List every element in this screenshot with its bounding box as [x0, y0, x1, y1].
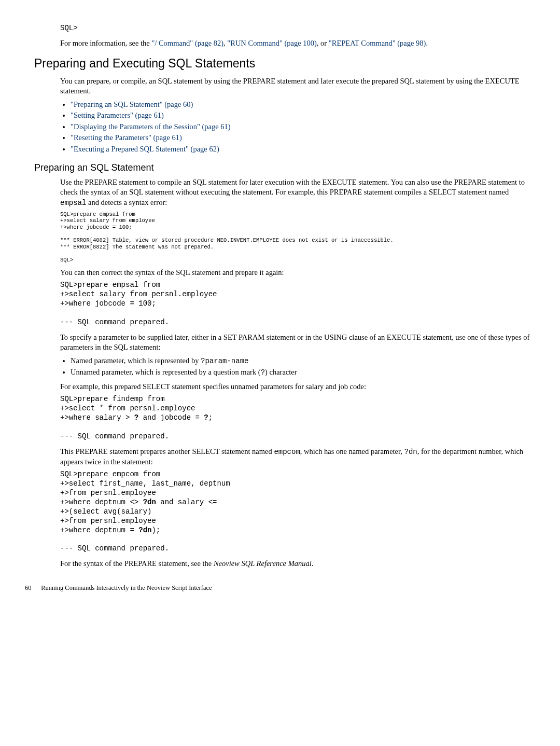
link-resetting-parameters[interactable]: "Resetting the Parameters" (page 61): [71, 133, 182, 142]
code-param-name: ?param-name: [201, 357, 248, 365]
para-prepare-intro: You can prepare, or compile, an SQL stat…: [60, 76, 535, 96]
code-block-error: SQL>prepare empsal from +>select salary …: [60, 211, 535, 264]
list-item: Named parameter, which is represented by…: [71, 356, 535, 366]
heading-preparing-executing: Preparing and Executing SQL Statements: [34, 56, 535, 72]
ref-manual: Neoview SQL Reference Manual: [214, 559, 312, 568]
page-number: 60: [25, 584, 39, 592]
text: .: [426, 39, 428, 47]
para-unnamed-example: For example, this prepared SELECT statem…: [60, 382, 535, 392]
code-question-mark: ?: [261, 368, 265, 377]
text: Unnamed parameter, which is represented …: [71, 368, 261, 376]
para-empcom: This PREPARE statement prepares another …: [60, 447, 535, 467]
text: For the syntax of the PREPARE statement,…: [60, 559, 214, 568]
list-item: "Setting Parameters" (page 61): [71, 110, 535, 121]
text: For more information, see the: [60, 39, 151, 47]
code-empcom: empcom: [274, 448, 300, 456]
footer-title: Running Commands Interactively in the Ne…: [41, 584, 212, 591]
list-item: "Resetting the Parameters" (page 61): [71, 133, 535, 143]
param-type-list: Named parameter, which is represented by…: [60, 356, 535, 378]
code-block-findemp: SQL>prepare findemp from +>select * from…: [60, 395, 535, 441]
link-list-1: "Preparing an SQL Statement" (page 60) "…: [60, 100, 535, 155]
text: Named parameter, which is represented by: [71, 356, 201, 365]
heading-preparing-sql: Preparing an SQL Statement: [34, 161, 535, 174]
code-block-empcom: SQL>prepare empcom from +>select first_n…: [60, 470, 535, 554]
text: , or: [317, 39, 329, 47]
text: This PREPARE statement prepares another …: [60, 447, 274, 455]
list-item: "Displaying the Parameters of the Sessio…: [71, 122, 535, 132]
link-run-command[interactable]: "RUN Command" (page 100): [227, 39, 317, 47]
para-correct-syntax: You can then correct the syntax of the S…: [60, 268, 535, 278]
intro-para: For more information, see the "/ Command…: [60, 38, 535, 49]
text: ) character: [265, 368, 297, 376]
text: Use the PREPARE statement to compile an …: [60, 178, 525, 197]
text: , which has one named parameter,: [300, 447, 404, 455]
code-empsal: empsal: [60, 199, 86, 207]
list-item: "Executing a Prepared SQL Statement" (pa…: [71, 144, 535, 155]
link-preparing-sql[interactable]: "Preparing an SQL Statement" (page 60): [71, 100, 193, 108]
text: and detects a syntax error:: [86, 198, 167, 206]
code-dn: ?dn: [404, 448, 417, 456]
link-setting-parameters[interactable]: "Setting Parameters" (page 61): [71, 111, 164, 119]
page-footer: 60 Running Commands Interactively in the…: [25, 584, 535, 592]
text: .: [312, 559, 314, 568]
list-item: Unnamed parameter, which is represented …: [71, 367, 535, 378]
list-item: "Preparing an SQL Statement" (page 60): [71, 100, 535, 110]
link-slash-command[interactable]: "/ Command" (page 82): [151, 39, 223, 47]
link-displaying-parameters[interactable]: "Displaying the Parameters of the Sessio…: [71, 122, 231, 131]
code-sql-prompt: SQL>: [60, 24, 535, 33]
link-repeat-command[interactable]: "REPEAT Command" (page 98): [329, 39, 426, 47]
link-executing-prepared[interactable]: "Executing a Prepared SQL Statement" (pa…: [71, 145, 219, 153]
code-block-prepared: SQL>prepare empsal from +>select salary …: [60, 281, 535, 327]
para-prepare-desc: Use the PREPARE statement to compile an …: [60, 177, 535, 208]
para-reference: For the syntax of the PREPARE statement,…: [60, 559, 535, 569]
para-parameter-types: To specify a parameter to be supplied la…: [60, 333, 535, 353]
